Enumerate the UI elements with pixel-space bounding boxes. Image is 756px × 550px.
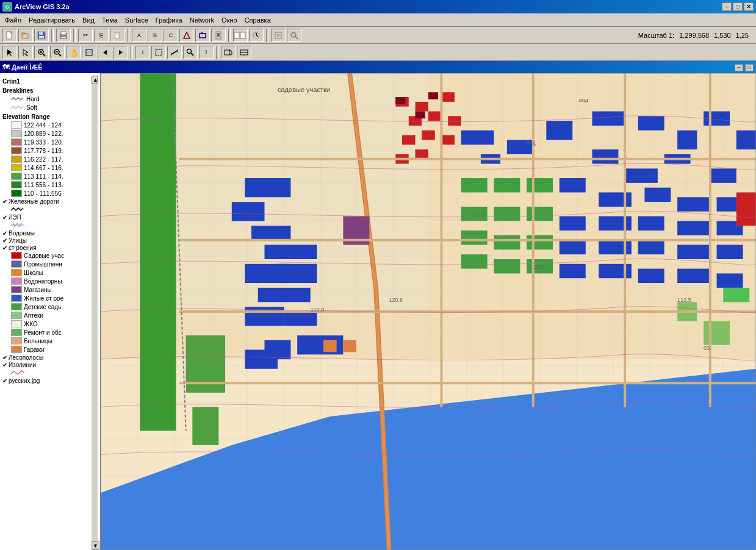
map-canvas[interactable] xyxy=(101,73,756,550)
legend-remont: Ремонт и обс xyxy=(11,329,92,336)
svg-rect-11 xyxy=(200,34,206,38)
menu-graphics[interactable]: Графика xyxy=(152,15,186,25)
tb-print[interactable] xyxy=(56,29,71,42)
app-icon: G xyxy=(2,2,12,12)
tb-copy[interactable]: ⎘ xyxy=(94,29,109,42)
menu-theme[interactable]: Тема xyxy=(98,15,121,25)
svg-rect-8 xyxy=(61,32,66,35)
menu-file[interactable]: Файл xyxy=(1,15,25,25)
tb-new[interactable] xyxy=(2,29,17,42)
legend-elev-3: 119.333 - 120. xyxy=(11,138,92,146)
legend-zhilye: Жилые ст рое xyxy=(11,295,92,302)
legend-elev-2: 120.889 - 122. xyxy=(11,130,92,137)
toolbar-separator-1 xyxy=(51,29,54,42)
legend-railways-row[interactable]: ✔ Железные дороги xyxy=(2,198,92,205)
menu-window[interactable]: Окно xyxy=(218,15,241,25)
tb-btn-b[interactable]: B xyxy=(148,29,162,42)
legend-lesopolosy-row[interactable]: ✔ Лесополосы xyxy=(2,354,92,361)
legend-breaklines: Breaklines xyxy=(2,87,98,94)
tb-open[interactable] xyxy=(18,29,33,42)
legend-soft: Soft xyxy=(11,104,92,111)
menu-surface[interactable]: Surface xyxy=(121,15,152,25)
legend-elev-6: 114.667 - 116. xyxy=(11,164,92,171)
tb-btn-a[interactable]: A xyxy=(132,29,146,42)
toolbar-1: ✂ ⎘ 📋 A B C ? Масштаб 1: 1,299,568 1,530… xyxy=(0,27,756,44)
tb2-prevext[interactable] xyxy=(98,46,112,59)
svg-rect-42 xyxy=(156,49,162,55)
tb-btn-g[interactable] xyxy=(233,29,248,42)
tb-btn-i[interactable] xyxy=(271,29,286,42)
maximize-button[interactable]: □ xyxy=(733,2,743,11)
legend-panel: ▲ ▼ Crtin1 Breaklines Hard Soft Elevatio… xyxy=(0,73,101,550)
legend-detsad: Детские садь xyxy=(11,303,92,310)
svg-marker-49 xyxy=(229,50,232,54)
svg-marker-10 xyxy=(184,32,190,38)
svg-marker-28 xyxy=(7,49,12,56)
toolbar2-separator-1 xyxy=(131,46,133,59)
legend-elev-4: 117.778 - 119. xyxy=(11,147,92,154)
toolbar2-separator-2 xyxy=(216,46,218,59)
scale-info: Масштаб 1: 1,299,568 1,530 1,25 xyxy=(638,32,754,39)
tb-save[interactable] xyxy=(34,29,49,42)
svg-marker-40 xyxy=(103,50,107,55)
tb-btn-d[interactable] xyxy=(179,29,194,42)
title-bar: G ArcView GIS 3.2a ─ □ ✕ xyxy=(0,0,756,13)
svg-rect-18 xyxy=(240,32,245,38)
svg-marker-41 xyxy=(119,50,123,55)
tb2-extra1[interactable] xyxy=(221,46,236,59)
legend-izolinii-row[interactable]: ✔ Изолинии xyxy=(2,362,92,368)
tb2-vertex[interactable] xyxy=(18,46,33,59)
legend-elev-5: 116.222 - 117. xyxy=(11,155,92,163)
tb2-pan[interactable]: ✋ xyxy=(66,46,81,59)
legend-water-row[interactable]: ✔ Водоемы xyxy=(2,230,92,237)
tb-btn-j[interactable]: ? xyxy=(287,29,301,42)
tb2-pointer[interactable] xyxy=(2,46,17,59)
legend-garazhi: Гаражи xyxy=(11,346,92,353)
legend-sadovye: Садовые учас xyxy=(11,252,92,259)
tb-cut[interactable]: ✂ xyxy=(78,29,93,42)
menu-network[interactable]: Network xyxy=(186,15,218,25)
toolbar-separator-3 xyxy=(127,29,129,42)
svg-line-47 xyxy=(191,53,193,55)
view-minimize[interactable]: ─ xyxy=(735,64,743,71)
tb-btn-c[interactable]: C xyxy=(164,29,178,42)
legend-scroll-up[interactable]: ▲ xyxy=(92,76,98,84)
legend-russkikh-row[interactable]: ✔ русских.jpg xyxy=(2,377,92,384)
menu-help[interactable]: Справка xyxy=(241,15,275,25)
menu-edit[interactable]: Редактировать xyxy=(25,15,79,25)
view-title-bar: 🗺 Даеîî ÌÆÊ ─ □ xyxy=(0,61,756,73)
window-controls: ─ □ ✕ xyxy=(722,2,754,11)
tb2-zoomout[interactable] xyxy=(50,46,65,59)
menu-bar: Файл Редактировать Вид Тема Surface Граф… xyxy=(0,13,756,27)
tb-btn-h[interactable] xyxy=(249,29,264,42)
view-title: Даеîî ÌÆÊ xyxy=(12,63,43,71)
tb-paste[interactable]: 📋 xyxy=(110,29,124,42)
legend-buildings-row[interactable]: ✔ ст роения xyxy=(2,245,92,251)
tb2-find[interactable] xyxy=(183,46,198,59)
map-area[interactable] xyxy=(101,73,756,550)
menu-view[interactable]: Вид xyxy=(79,15,98,25)
svg-line-21 xyxy=(256,35,258,37)
minimize-button[interactable]: ─ xyxy=(722,2,732,11)
tb2-measure[interactable] xyxy=(167,46,182,59)
tb-btn-e[interactable] xyxy=(195,29,210,42)
legend-streets-row[interactable]: ✔ Улицы xyxy=(2,237,92,244)
close-button[interactable]: ✕ xyxy=(744,2,754,11)
legend-railways-line xyxy=(11,205,92,213)
legend-lep-row[interactable]: ✔ ЛЭП xyxy=(2,214,92,221)
svg-rect-3 xyxy=(22,33,25,34)
tb2-geocode[interactable]: T xyxy=(199,46,214,59)
tb2-select[interactable] xyxy=(151,46,166,59)
tb2-fullext[interactable] xyxy=(82,46,96,59)
tb2-nextext[interactable] xyxy=(113,46,128,59)
svg-line-35 xyxy=(59,54,61,56)
view-maximize[interactable]: □ xyxy=(745,64,754,71)
tb2-extra2[interactable] xyxy=(237,46,251,59)
tb-btn-f[interactable] xyxy=(211,29,226,42)
tb2-identify[interactable]: i xyxy=(135,46,150,59)
svg-rect-17 xyxy=(234,32,239,38)
legend-scroll-down[interactable]: ▼ xyxy=(92,541,99,550)
tb2-zoomin[interactable] xyxy=(34,46,49,59)
app-title: ArcView GIS 3.2a xyxy=(15,3,70,10)
toolbar-2: ✋ i T xyxy=(0,44,756,61)
